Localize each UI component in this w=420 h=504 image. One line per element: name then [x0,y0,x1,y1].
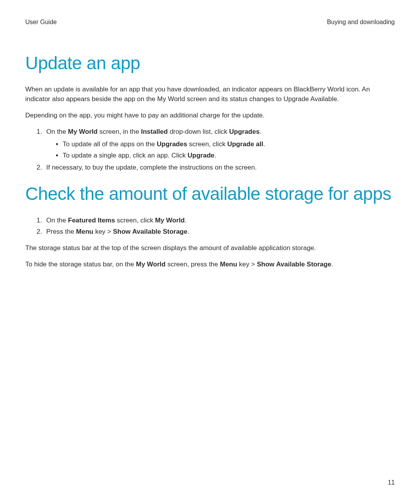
text: key > [237,261,257,268]
header-right: Buying and downloading [327,19,395,26]
bold: My World [155,217,185,224]
bold: Show Available Storage [257,261,331,268]
text: To update all of the apps on the [63,140,157,148]
page-header: User Guide Buying and downloading [25,19,395,26]
text: To update a single app, click an app. Cl… [63,152,187,159]
text: screen, click [187,140,227,148]
text: screen, press the [166,261,220,268]
text: drop-down list, click [168,128,229,135]
bold: Upgrade all [227,140,263,148]
text: . [263,140,265,148]
text: . [187,228,189,235]
bold: Installed [141,128,168,135]
bold: Upgrade [187,152,214,159]
bold: Menu [76,228,93,235]
bold: My World [136,261,165,268]
text: key > [93,228,113,235]
bold: My World [68,128,98,135]
section1-step1: On the My World screen, in the Installed… [44,126,395,161]
bold: Upgrades [157,140,187,148]
section1-para2: Depending on the app, you might have to … [25,110,395,121]
section2-para2: To hide the storage status bar, on the M… [25,259,395,270]
page-number: 11 [388,479,395,486]
section2-step1: On the Featured Items screen, click My W… [44,215,395,226]
section1-step2: If necessary, to buy the update, complet… [44,162,395,173]
bold: Featured Items [68,217,115,224]
section2-para1: The storage status bar at the top of the… [25,243,395,253]
text: . [260,128,262,135]
text: . [185,217,187,224]
text: . [214,152,216,159]
text: screen, in the [98,128,141,135]
header-left: User Guide [25,19,57,26]
text: screen, click [115,217,155,224]
bold: Menu [220,261,237,268]
section1-bullet1: To update all of the apps on the Upgrade… [63,139,395,149]
document-page: User Guide Buying and downloading Update… [0,0,420,504]
text: To hide the storage status bar, on the [25,261,136,268]
text: On the [46,128,68,135]
section1-steps: On the My World screen, in the Installed… [25,126,395,173]
section2-steps: On the Featured Items screen, click My W… [25,215,395,237]
text: On the [46,217,68,224]
section1-para1: When an update is available for an app t… [25,84,395,104]
text: Press the [46,228,76,235]
section1-substeps: To update all of the apps on the Upgrade… [46,139,395,161]
section1-bullet2: To update a single app, click an app. Cl… [63,150,395,161]
section2-step2: Press the Menu key > Show Available Stor… [44,226,395,237]
text: . [331,261,333,268]
bold: Upgrades [229,128,259,135]
bold: Show Available Storage [113,228,187,235]
section1-title: Update an app [25,53,395,74]
section2-title: Check the amount of available storage fo… [25,184,395,204]
